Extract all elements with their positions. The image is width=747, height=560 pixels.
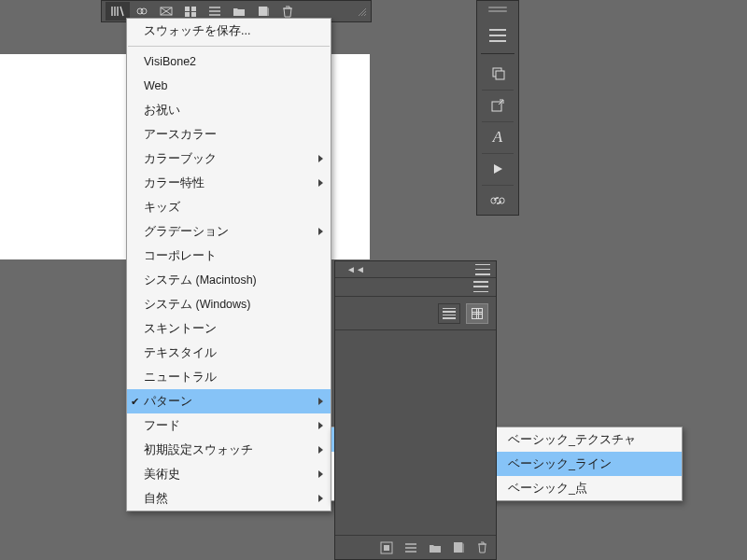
swatch-kind-icon[interactable]: [380, 541, 393, 554]
delete-icon[interactable]: [476, 541, 488, 553]
menu-item[interactable]: システム (Windows): [127, 292, 331, 316]
new-folder-icon[interactable]: [429, 542, 442, 553]
svg-rect-6: [191, 12, 196, 17]
menu-item[interactable]: パターン: [127, 389, 331, 413]
menu-item[interactable]: 初期設定スウォッチ: [127, 438, 331, 462]
swatches-panel: ◄◄: [334, 260, 497, 560]
panel-menu-icon[interactable]: [475, 264, 490, 275]
export-icon[interactable]: [482, 90, 514, 119]
menu-item[interactable]: Web: [127, 74, 331, 98]
menu-item[interactable]: ベーシック_テクスチャ: [491, 427, 682, 452]
stack-icon[interactable]: [482, 59, 514, 89]
basic-submenu: ベーシック_テクスチャベーシック_ラインベーシック_点: [490, 427, 683, 501]
dock-grip-icon[interactable]: [477, 1, 518, 19]
new-swatch-icon[interactable]: [453, 541, 465, 553]
menu-separator: [128, 46, 330, 47]
svg-rect-7: [259, 7, 267, 16]
swatch-library-menu: スウォッチを保存...VisiBone2Webお祝いアースカラーカラーブックカラ…: [126, 18, 331, 511]
svg-rect-14: [384, 545, 389, 551]
menu-item[interactable]: キッズ: [127, 195, 331, 219]
menu-item[interactable]: お祝い: [127, 98, 331, 122]
menu-item[interactable]: アースカラー: [127, 122, 331, 147]
svg-rect-4: [191, 7, 196, 11]
link-icon[interactable]: [482, 185, 514, 215]
menu-item[interactable]: スウォッチを保存...: [127, 19, 331, 43]
menu-item[interactable]: スキントーン: [127, 316, 331, 341]
svg-rect-15: [454, 542, 462, 553]
menu-item[interactable]: 自然: [127, 486, 331, 511]
panel-view-toolbar: [335, 297, 496, 330]
menu-item[interactable]: テキスタイル: [127, 341, 331, 365]
resize-grip-icon[interactable]: [356, 6, 367, 17]
menu-item[interactable]: ベーシック_点: [491, 476, 682, 500]
menu-item[interactable]: カラーブック: [127, 147, 331, 171]
svg-rect-3: [185, 7, 190, 11]
menu-item[interactable]: フード: [127, 413, 331, 438]
dock-strip: A: [476, 0, 519, 216]
menu-item[interactable]: グラデーション: [127, 219, 331, 244]
dock-menu-icon[interactable]: [482, 21, 514, 50]
menu-item[interactable]: ニュートラル: [127, 365, 331, 389]
svg-point-1: [141, 8, 147, 14]
menu-item[interactable]: カラー特性: [127, 171, 331, 195]
menu-item[interactable]: 美術史: [127, 462, 331, 486]
play-icon[interactable]: [482, 153, 514, 183]
panel-tab-bar: [335, 278, 496, 297]
panel-header[interactable]: ◄◄: [335, 261, 496, 278]
show-list-icon[interactable]: [404, 542, 417, 553]
type-icon[interactable]: A: [482, 121, 514, 151]
svg-rect-9: [496, 71, 504, 79]
grid-view-button[interactable]: [466, 303, 488, 324]
menu-item[interactable]: コーポレート: [127, 244, 331, 268]
panel-footer: [335, 535, 496, 559]
panel-flyout-icon[interactable]: [473, 281, 488, 292]
menu-item[interactable]: ベーシック_ライン: [491, 452, 682, 476]
menu-item[interactable]: VisiBone2: [127, 49, 331, 74]
menu-item[interactable]: システム (Macintosh): [127, 268, 331, 292]
svg-rect-5: [185, 12, 190, 17]
list-view-button[interactable]: [438, 303, 460, 324]
collapse-caret-icon[interactable]: ◄◄: [346, 264, 365, 274]
